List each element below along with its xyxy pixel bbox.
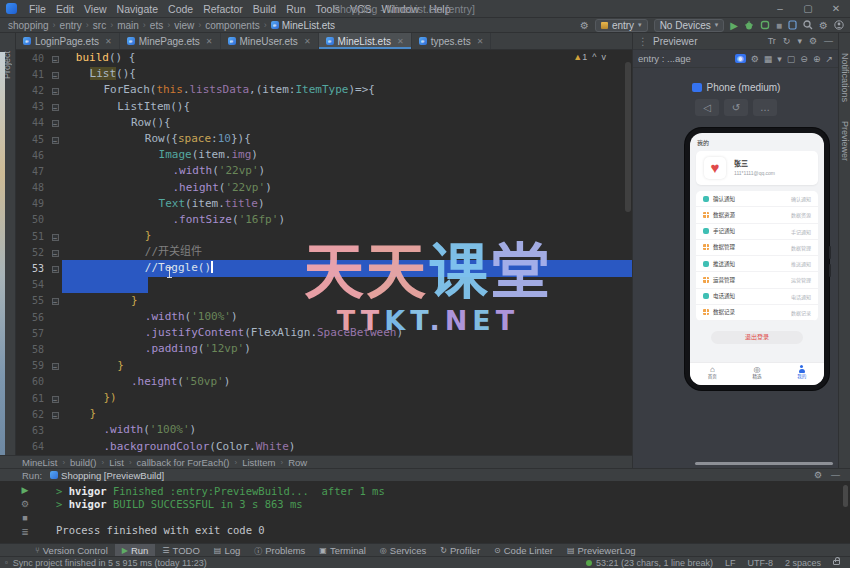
breadcrumb-item[interactable]: shopping [8, 20, 49, 31]
code-line-53[interactable]: 53–//Toggle() [16, 260, 632, 276]
breadcrumb-item[interactable]: build() [70, 457, 96, 468]
account-icon[interactable] [834, 20, 844, 30]
code-line-59[interactable]: 59–} [16, 358, 632, 374]
tab-MineList-ets[interactable]: eMineList.ets✕ [319, 33, 412, 49]
tab-MinePage-ets[interactable]: eMinePage.ets✕ [120, 33, 221, 49]
logout-button[interactable]: 退出登录 [711, 331, 803, 344]
user-card[interactable]: ♥ 张三 111*1111@qq.com [696, 151, 818, 185]
phone-tab-featured[interactable]: ◎精选 [735, 363, 780, 385]
scroll-end-icon[interactable]: ≣ [19, 527, 31, 537]
chevron-down-icon[interactable]: ▾ [777, 54, 782, 64]
fold-marker[interactable]: – [48, 117, 62, 128]
code-line-48[interactable]: 48.height('22vp') [16, 180, 632, 196]
list-item[interactable]: 电话通知电话通知 [696, 289, 818, 305]
fold-marker[interactable]: – [48, 85, 62, 96]
gear-icon[interactable]: ⚙ [809, 36, 817, 46]
menu-item-build[interactable]: Build [248, 3, 281, 15]
rotate-button[interactable]: ↺ [724, 99, 748, 116]
list-item[interactable]: 推送通知推送通知 [696, 256, 818, 272]
drag-handle-icon[interactable]: ⋮ [638, 36, 648, 47]
minimize-icon[interactable]: – [766, 0, 794, 18]
debug-icon[interactable] [744, 20, 754, 30]
text-mode-icon[interactable]: Tr [768, 36, 776, 46]
more-button[interactable]: … [753, 99, 777, 116]
code-line-52[interactable]: 52–//开关组件 [16, 244, 632, 260]
menu-item-edit[interactable]: Edit [51, 3, 79, 15]
fit-screen-icon[interactable]: ▢ [787, 54, 796, 64]
code-line-45[interactable]: 45–Row({space:10}){ [16, 131, 632, 147]
sidebar-item-notifications[interactable]: Notifications [840, 53, 850, 102]
console-scrollbar[interactable] [843, 485, 848, 507]
gear-icon[interactable]: ⚙ [814, 470, 822, 480]
fold-marker[interactable]: – [48, 101, 62, 112]
tab-LoginPage-ets[interactable]: eLoginPage.ets✕ [16, 33, 120, 49]
expand-icon[interactable]: ↗ [825, 54, 833, 64]
breadcrumb-item[interactable]: main [117, 20, 139, 31]
list-item[interactable]: 数据记录数据记录 [696, 305, 818, 321]
tool-button-terminal[interactable]: ▣Terminal [312, 544, 372, 557]
code-line-47[interactable]: 47.width('22vp') [16, 163, 632, 179]
stop-icon[interactable]: ■ [776, 19, 782, 32]
code-line-49[interactable]: 49Text(item.title) [16, 196, 632, 212]
fold-marker[interactable]: – [48, 247, 62, 258]
multi-preview-icon[interactable]: ▦ [764, 54, 773, 64]
code-line-46[interactable]: 46Image(item.img) [16, 147, 632, 163]
tool-button-todo[interactable]: ☰TODO [155, 544, 206, 557]
code-line-41[interactable]: 41–List(){ [16, 66, 632, 82]
phone-screen[interactable]: 我的 ♥ 张三 111*1111@qq.com 确认通知确认通知数据资源数据资源… [690, 133, 824, 385]
zoom-in-icon[interactable]: ⊕ [813, 54, 821, 64]
phone-tab-person[interactable]: 我的 [779, 363, 824, 385]
breadcrumb-item[interactable]: Row [288, 457, 307, 468]
fold-marker[interactable]: – [48, 360, 62, 371]
breadcrumb-item[interactable]: List [109, 457, 124, 468]
code-line-43[interactable]: 43–ListItem(){ [16, 99, 632, 115]
phone-tab-home[interactable]: ⌂首页 [690, 363, 735, 385]
code-line-58[interactable]: 58.padding('12vp') [16, 341, 632, 357]
fold-marker[interactable]: – [48, 393, 62, 404]
fold-marker[interactable]: – [48, 69, 62, 80]
breadcrumb-item[interactable]: src [93, 20, 106, 31]
wrench-icon[interactable]: ⚙ [19, 499, 31, 509]
fold-marker[interactable]: – [48, 53, 62, 64]
close-icon[interactable]: ✕ [477, 37, 484, 46]
list-item[interactable]: 数据资源数据资源 [696, 207, 818, 223]
code-line-44[interactable]: 44–Row(){ [16, 115, 632, 131]
list-item[interactable]: 手记通知手记通知 [696, 224, 818, 240]
code-editor[interactable]: ▲1 ^ v 40–build() {41–List(){42–ForEach(… [16, 50, 632, 455]
module-select[interactable]: entry ▾ [595, 19, 648, 32]
caret-position[interactable]: 53:21 (23 chars, 1 line break) [586, 558, 713, 568]
fold-marker[interactable]: – [48, 134, 62, 145]
tab-MineUser-ets[interactable]: eMineUser.ets✕ [221, 33, 319, 49]
run-icon[interactable]: ▶ [730, 19, 738, 32]
tool-button-previewerlog[interactable]: ▤PreviewerLog [560, 544, 643, 557]
breadcrumb-item[interactable]: view [174, 20, 194, 31]
chevron-down-icon[interactable]: ▾ [797, 36, 802, 46]
device-select[interactable]: No Devices ▾ [654, 19, 725, 32]
close-icon[interactable]: ✕ [397, 37, 404, 46]
layout-icon[interactable]: ▫ [5, 558, 8, 567]
list-item[interactable]: 运营管理运营管理 [696, 272, 818, 288]
settings-icon[interactable]: ⚙ [819, 19, 828, 32]
line-ending[interactable]: LF [725, 558, 736, 568]
hide-icon[interactable]: — [824, 36, 833, 46]
close-icon[interactable]: ✕ [206, 37, 213, 46]
breadcrumb-item[interactable]: entry [60, 20, 82, 31]
hide-icon[interactable]: — [831, 470, 840, 480]
code-line-60[interactable]: 60.height('50vp') [16, 374, 632, 390]
code-line-54[interactable]: 54 [16, 277, 632, 293]
tab-types-ets[interactable]: etypes.ets✕ [412, 33, 492, 49]
run-console[interactable]: ▶ ⚙ ■ ≣ > hvigor Finished :entry:Preview… [0, 481, 850, 543]
device-profile[interactable]: Phone (medium) [633, 82, 839, 93]
menu-item-view[interactable]: View [79, 3, 112, 15]
menu-item-code[interactable]: Code [163, 3, 198, 15]
run-config-tab[interactable]: Shopping [PreviewBuild] [50, 470, 164, 481]
code-line-63[interactable]: 63.width('100%') [16, 422, 632, 438]
breadcrumb-file[interactable]: eMineList.ets [271, 20, 335, 31]
maximize-icon[interactable]: ▢ [794, 0, 822, 18]
menu-item-navigate[interactable]: Navigate [112, 3, 163, 15]
rerun-icon[interactable]: ▶ [19, 485, 31, 495]
refresh-icon[interactable]: ↻ [783, 36, 791, 46]
list-item[interactable]: 确认通知确认通知 [696, 191, 818, 207]
breadcrumb-item[interactable]: ListItem [242, 457, 275, 468]
code-line-64[interactable]: 64.backgroundColor(Color.White) [16, 439, 632, 455]
